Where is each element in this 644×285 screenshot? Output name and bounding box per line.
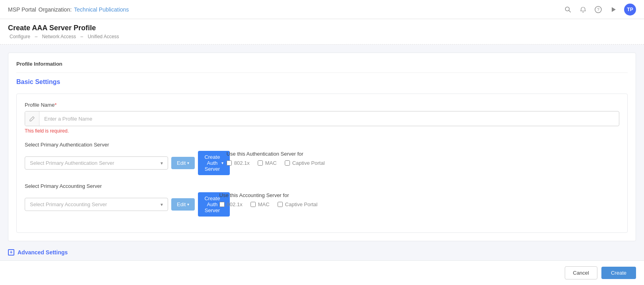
avatar[interactable]: TP [624, 4, 636, 16]
accounting-server-select-wrap: Select Primary Accounting Server ▾ [25, 198, 168, 211]
accounting-server-chevron-icon: ▾ [161, 202, 163, 207]
edit-dropdown-icon: ▾ [187, 161, 189, 165]
bell-icon[interactable] [579, 5, 587, 14]
acct-checkbox-mac-input[interactable] [251, 202, 256, 207]
auth-checkbox-group: 802.1x MAC Captive Portal [227, 160, 619, 166]
help-icon[interactable]: ? [594, 5, 603, 14]
auth-server-chevron-icon: ▾ [161, 160, 163, 166]
main-content: Profile Information Basic Settings Profi… [0, 45, 644, 264]
acct-checkbox-8021x[interactable]: 802.1x [219, 201, 243, 207]
profile-name-input[interactable] [39, 113, 619, 125]
profile-name-error: This field is required. [25, 128, 619, 134]
auth-server-btn-group: Edit ▾ Create Auth Server ▾ [171, 151, 230, 175]
msp-portal-label: MSP Portal [8, 6, 36, 13]
acct-checkbox-8021x-input[interactable] [219, 202, 225, 207]
auth-server-create-button[interactable]: Create Auth Server ▾ [198, 151, 230, 175]
svg-line-1 [569, 10, 571, 12]
create-dropdown-icon: ▾ [221, 161, 223, 165]
auth-use-label: Use this Authentication Server for [227, 151, 619, 157]
auth-checkbox-mac[interactable]: MAC [258, 160, 277, 166]
accounting-server-use-section: Use this Accounting Server for 802.1x MA… [219, 192, 619, 207]
accounting-server-select[interactable]: Select Primary Accounting Server ▾ [25, 198, 168, 211]
auth-checkbox-mac-input[interactable] [258, 160, 263, 166]
auth-checkbox-captive-portal-input[interactable] [285, 160, 290, 166]
acct-checkbox-mac[interactable]: MAC [251, 201, 270, 207]
acct-checkbox-captive-portal[interactable]: Captive Portal [278, 201, 318, 207]
breadcrumb-configure[interactable]: Configure [10, 34, 30, 39]
svg-marker-4 [612, 7, 616, 12]
required-marker: * [55, 102, 57, 108]
auth-server-select-wrap: Select Primary Authentication Server ▾ [25, 156, 168, 170]
page-title: Create AAA Server Profile [8, 24, 636, 32]
advanced-settings-toggle[interactable]: + Advanced Settings [8, 249, 636, 256]
search-icon[interactable] [564, 5, 572, 14]
play-icon[interactable] [609, 5, 618, 14]
profile-information-card: Profile Information Basic Settings Profi… [8, 53, 636, 241]
auth-checkbox-captive-portal[interactable]: Captive Portal [285, 160, 325, 166]
auth-server-row: Select Primary Authentication Server ▾ E… [25, 151, 619, 175]
accounting-server-left: Select Primary Accounting Server ▾ Edit … [25, 192, 205, 217]
breadcrumb: Configure – Network Access – Unified Acc… [8, 34, 636, 39]
org-label: Organization: [39, 6, 72, 13]
auth-server-use-section: Use this Authentication Server for 802.1… [227, 151, 619, 166]
basic-settings-form: Profile Name* This field is required. Se… [16, 94, 628, 233]
page-header: Create AAA Server Profile Configure – Ne… [0, 19, 644, 45]
nav-left: MSP Portal Organization: Technical Publi… [8, 6, 129, 13]
pencil-icon [25, 111, 39, 126]
auth-server-label: Select Primary Authentication Server [25, 142, 619, 148]
advanced-settings-label: Advanced Settings [18, 249, 68, 256]
accounting-server-row: Select Primary Accounting Server ▾ Edit … [25, 192, 619, 217]
acct-checkbox-captive-portal-input[interactable] [278, 202, 283, 207]
auth-server-group: Select Primary Authentication Server Sel… [25, 142, 619, 175]
auth-server-select[interactable]: Select Primary Authentication Server ▾ [25, 156, 168, 170]
accounting-server-label: Select Primary Accounting Server [25, 183, 619, 189]
top-nav: MSP Portal Organization: Technical Publi… [0, 0, 644, 19]
auth-server-left: Select Primary Authentication Server ▾ E… [25, 151, 212, 175]
auth-checkbox-8021x[interactable]: 802.1x [227, 160, 250, 166]
auth-server-edit-button[interactable]: Edit ▾ [171, 157, 195, 169]
org-name[interactable]: Technical Publications [74, 6, 129, 13]
breadcrumb-unified-access[interactable]: Unified Access [88, 34, 119, 39]
profile-name-group: Profile Name* This field is required. [25, 102, 619, 134]
profile-name-label: Profile Name* [25, 102, 619, 108]
nav-right: ? TP [564, 4, 636, 16]
acct-edit-dropdown-icon: ▾ [187, 202, 189, 207]
plus-icon: + [8, 249, 14, 256]
accounting-server-edit-button[interactable]: Edit ▾ [171, 198, 195, 211]
svg-text:?: ? [597, 8, 599, 12]
acct-checkbox-group: 802.1x MAC Captive Portal [219, 201, 619, 207]
acct-use-label: Use this Accounting Server for [219, 192, 619, 198]
accounting-server-group: Select Primary Accounting Server Select … [25, 183, 619, 217]
auth-server-select-placeholder: Select Primary Authentication Server [30, 160, 114, 166]
accounting-server-select-placeholder: Select Primary Accounting Server [30, 201, 107, 207]
breadcrumb-network-access[interactable]: Network Access [42, 34, 76, 39]
profile-information-title: Profile Information [16, 61, 628, 73]
profile-name-input-wrapper [25, 111, 619, 126]
basic-settings-title: Basic Settings [16, 78, 628, 86]
page-footer: Cancel Create [0, 260, 644, 264]
auth-checkbox-8021x-input[interactable] [227, 160, 232, 166]
